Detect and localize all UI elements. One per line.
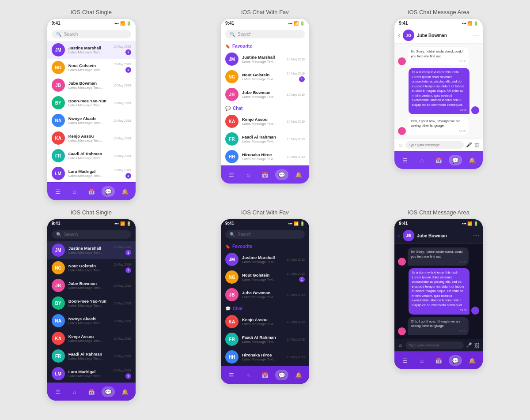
image-icon[interactable]: 🖼 <box>474 343 479 348</box>
image-icon[interactable]: 🖼 <box>474 142 479 148</box>
nav-home[interactable]: ⌂ <box>415 155 428 165</box>
page-grid: iOS Chat Single 9:41 ▪▪▪ 📶 🔋 🔍 Search JM <box>9 9 521 401</box>
nav-home[interactable]: ⌂ <box>68 386 81 397</box>
avatar: JB <box>52 279 65 292</box>
nav-chat[interactable]: 💬 <box>102 186 115 197</box>
list-item[interactable]: HH Hironaka Hiroe Lates Message Text... … <box>221 348 309 366</box>
contact-name: Jube Bowman <box>242 290 284 295</box>
search-bar[interactable]: 🔍 Search <box>52 30 131 38</box>
list-item[interactable]: JB Jube Bowman Lates Message Text... 10 … <box>47 76 136 94</box>
list-item[interactable]: BY Boon-mee Yao-Yun Lates Message Text..… <box>47 294 136 312</box>
light-fav-phone: 9:41 ▪▪▪ 📶 🔋 🔍 Search 🔖 Favourite JM Jus <box>221 19 309 184</box>
nav-chat[interactable]: 💬 <box>275 370 288 380</box>
list-item[interactable]: FR Faadi Al Rahman Lates Message Text...… <box>221 330 309 348</box>
list-item[interactable]: NG Nout Golstein Lates Message Text... 1… <box>221 268 309 286</box>
nav-home[interactable]: ⌂ <box>242 370 255 380</box>
nav-calendar[interactable]: 📅 <box>258 370 272 380</box>
nav-menu[interactable]: ☰ <box>225 370 238 380</box>
dark-single-phone: 9:41 ▪▪▪ 📶 🔋 🔍 Search JM Justine Marshal… <box>47 219 136 401</box>
list-item[interactable]: FR Faadi Al Rahman Lates Message Text...… <box>47 147 136 165</box>
chat-date: 10 May 2019 <box>287 272 305 275</box>
message-time: 03:08 <box>412 308 466 312</box>
list-item[interactable]: FR Faadi Al Rahman Lates Message Text...… <box>47 347 136 365</box>
more-options-button[interactable]: ⋯ <box>473 232 479 239</box>
list-item[interactable]: FR Faadi Al Rahman Lates Message Text...… <box>221 130 309 148</box>
nav-notification[interactable]: 🔔 <box>118 386 132 397</box>
nav-calendar[interactable]: 📅 <box>258 169 272 180</box>
message-input[interactable] <box>405 141 464 149</box>
unread-badge: 1 <box>125 67 131 73</box>
message-preview: Lates Message Text... <box>242 122 284 126</box>
nav-menu[interactable]: ☰ <box>51 386 64 397</box>
messages-area: I'm Sorry, I didn't understand, could yo… <box>394 44 483 139</box>
nav-notification[interactable]: 🔔 <box>292 169 305 180</box>
nav-calendar[interactable]: 📅 <box>432 155 445 165</box>
search-bar[interactable]: 🔍 Search <box>225 230 305 239</box>
nav-chat[interactable]: 💬 <box>102 386 115 397</box>
nav-menu[interactable]: ☰ <box>225 169 238 180</box>
nav-chat[interactable]: 💬 <box>449 355 462 366</box>
nav-calendar[interactable]: 📅 <box>432 355 445 366</box>
chat-date: 10 May 2019 <box>113 263 131 266</box>
list-item[interactable]: KA Kenjo Assou Lates Message Text... 10 … <box>221 112 309 130</box>
list-item[interactable]: JM Justine Marshall Lates Message Text..… <box>221 251 309 268</box>
emoji-icon[interactable]: ☺ <box>398 142 403 148</box>
emoji-icon[interactable]: ☺ <box>398 343 403 348</box>
nav-menu[interactable]: ☰ <box>398 355 412 366</box>
list-item[interactable]: NA Nwoye Akachi Lates Message Text... 10… <box>47 112 136 129</box>
list-item[interactable]: KA Kenjo Assou Lates Message Text... 10 … <box>221 313 309 330</box>
audio-icon[interactable]: 🎤 <box>466 342 472 348</box>
list-item[interactable]: BY Boon-mee Yao-Yun Lates Message Text..… <box>47 94 136 112</box>
nav-calendar[interactable]: 📅 <box>85 386 98 397</box>
avatar: LM <box>52 167 65 180</box>
avatar: JB <box>225 88 238 101</box>
chat-meta: 10 May 2019 <box>113 337 131 340</box>
list-item[interactable]: JM Justine Marshall Lates Message Text..… <box>221 50 309 68</box>
list-item[interactable]: NG Nout Golstein Lates Message Text... 1… <box>47 259 136 277</box>
search-icon: 🔍 <box>230 32 235 37</box>
unread-badge: 1 <box>299 277 305 282</box>
nav-notification[interactable]: 🔔 <box>466 155 479 165</box>
list-item[interactable]: JB Jube Bowman Lates Message Text... 10 … <box>221 86 309 103</box>
list-item[interactable]: NG Nout Golstein Lates Message Text... 1… <box>221 68 309 86</box>
back-button[interactable]: ‹ <box>398 232 400 239</box>
chat-meta: 10 May 2019 <box>113 119 131 122</box>
more-options-button[interactable]: ⋯ <box>473 32 479 39</box>
list-item[interactable]: KA Kenjo Assou Lates Message Text... 10 … <box>47 330 136 347</box>
list-item[interactable]: HH Hironaka Hiroe Lates Message Text... … <box>221 148 309 165</box>
list-item[interactable]: LM Lara Madrigal Lates Message Text... 1… <box>47 365 136 382</box>
message-input[interactable] <box>405 341 464 349</box>
status-bar: 9:41 ▪▪▪ 📶 🔋 <box>221 19 309 27</box>
search-bar[interactable]: 🔍 Search <box>225 30 305 38</box>
search-bar[interactable]: 🔍 Search <box>52 230 131 239</box>
list-item[interactable]: NG Nout Golstein Lates Message Text... 1… <box>47 59 136 76</box>
msg-avatar <box>398 57 406 65</box>
status-bar: 9:41 ▪▪▪ 📶 🔋 <box>47 219 136 228</box>
nav-home[interactable]: ⌂ <box>68 186 81 197</box>
chat-info: Faadi Al Rahman Lates Message Text... <box>68 151 110 160</box>
list-item[interactable]: LM Lara Madrigal Lates Message Text... 1… <box>47 165 136 182</box>
nav-chat[interactable]: 💬 <box>449 155 462 165</box>
nav-notification[interactable]: 🔔 <box>118 186 132 197</box>
list-item[interactable]: JB Jube Bowman Lates Message Text... 10 … <box>221 286 309 304</box>
list-item[interactable]: JB Jube Bowman Lates Message Text... 10 … <box>47 277 136 294</box>
audio-icon[interactable]: 🎤 <box>466 142 472 148</box>
list-item[interactable]: JM Justine Marshall Lates Message Text..… <box>47 241 136 259</box>
back-button[interactable]: ‹ <box>398 32 400 39</box>
nav-home[interactable]: ⌂ <box>242 169 255 180</box>
chat-date: 10 May 2019 <box>113 137 131 140</box>
chat-date: 10 May 2019 <box>113 101 131 105</box>
nav-notification[interactable]: 🔔 <box>292 370 305 380</box>
nav-calendar[interactable]: 📅 <box>85 186 98 197</box>
list-item[interactable]: KA Kenjo Assou Lates Message Text... 10 … <box>47 129 136 147</box>
nav-chat[interactable]: 💬 <box>275 169 288 180</box>
chat-meta: 10 May 2019 <box>287 58 305 61</box>
list-item[interactable]: JM Justine Marshall Lates Message Text..… <box>47 41 136 59</box>
chat-date: 10 May 2019 <box>113 245 131 248</box>
nav-notification[interactable]: 🔔 <box>466 355 479 366</box>
nav-menu[interactable]: ☰ <box>398 155 412 165</box>
list-item[interactable]: NA Nwoye Akachi Lates Message Text... 10… <box>47 312 136 330</box>
nav-menu[interactable]: ☰ <box>51 186 64 197</box>
contact-name: Kenjo Assou <box>242 117 284 122</box>
nav-home[interactable]: ⌂ <box>415 355 428 366</box>
